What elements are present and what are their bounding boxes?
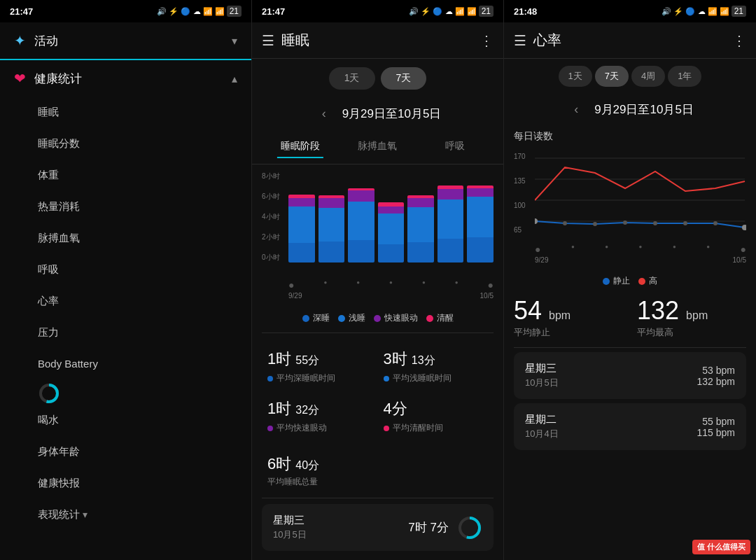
y-label-8h: 8小时 <box>262 172 280 181</box>
stat-dot-rem <box>267 426 273 431</box>
hr-day-card-wed[interactable]: 星期三 10月5日 53 bpm 132 bpm <box>514 352 746 399</box>
stat-rem-value: 1时 32分 <box>267 398 372 419</box>
sleep-tabs: 1天 7天 <box>252 59 503 98</box>
stat-awake-value: 4分 <box>384 398 489 419</box>
tab-1day-hr[interactable]: 1天 <box>559 66 592 87</box>
stat-awake-sleep: 4分 平均清醒时间 <box>378 391 494 441</box>
legend-label-light: 浅睡 <box>349 312 365 324</box>
stat-light-value: 3时 13分 <box>384 349 489 370</box>
health-chevron-icon: ▴ <box>232 72 237 85</box>
x-label-929: 9/29 <box>288 292 302 300</box>
hr-day-val2-wed: 132 bpm <box>697 376 735 387</box>
health-icon: ❤ <box>14 70 26 87</box>
tab-7day-hr[interactable]: 7天 <box>595 66 629 87</box>
svg-point-9 <box>623 220 627 225</box>
hr-y-100: 100 <box>514 202 535 209</box>
stat-total-value: 6时 40分 <box>267 454 488 475</box>
date-prev-sleep[interactable]: ‹ <box>314 104 334 123</box>
nav-sub-heart-rate[interactable]: 心率 <box>0 286 251 317</box>
more-icon-middle[interactable]: ⋮ <box>479 32 493 49</box>
status-bar-right: 21:48 🔊 ⚡ 🔵 ☁ 📶 📶 21 <box>504 0 756 22</box>
day-card-left: 星期三 10月5日 <box>273 514 307 541</box>
day-card-wednesday[interactable]: 星期三 10月5日 7时 7分 <box>262 504 493 551</box>
svg-point-13 <box>742 225 746 230</box>
hr-day-date-wed: 10月5日 <box>525 377 559 389</box>
hr-day-right-tue: 55 bpm 115 bpm <box>697 416 735 438</box>
hr-date-nav: ‹ 9月29日至10月5日 <box>504 94 756 125</box>
sleep-date-nav: ‹ 9月29日至10月5日 <box>252 98 503 129</box>
hr-day-card-tue[interactable]: 星期二 10月4日 55 bpm 115 bpm <box>514 403 746 450</box>
hr-day-val1-tue: 55 bpm <box>697 416 735 427</box>
sub-tab-sleep-stages[interactable]: 睡眠阶段 <box>262 134 339 158</box>
stat-deep-label: 平均深睡眠时间 <box>276 372 335 384</box>
legend-label-rem: 快速眼动 <box>384 312 418 324</box>
nav-sub-respiration[interactable]: 呼吸 <box>0 254 251 286</box>
nav-sub-body-age[interactable]: 身体年龄 <box>0 436 251 468</box>
left-panel: 21:47 🔊 ⚡ 🔵 ☁ 📶 📶 21 ✦ 活动 ▾ ❤ 健康统计 ▴ 睡眠 … <box>0 0 252 560</box>
middle-panel: 21:47 🔊 ⚡ 🔵 ☁ 📶 📶 21 ☰ 睡眠 ⋮ 1天 7天 ‹ 9月29… <box>252 0 504 560</box>
nav-sub-stress[interactable]: 压力 <box>0 317 251 349</box>
nav-sub-performance[interactable]: 表现统计 ▾ <box>0 499 251 531</box>
date-prev-hr[interactable]: ‹ <box>566 99 586 119</box>
hr-avg-max-value: 132 bpm <box>637 298 746 323</box>
health-stats-nav[interactable]: ❤ 健康统计 ▴ <box>0 60 251 97</box>
activities-nav[interactable]: ✦ 活动 ▾ <box>0 22 251 59</box>
nav-sub-health-news[interactable]: 健康快报 <box>0 468 251 499</box>
stat-rem-label: 平均快速眼动 <box>276 422 327 434</box>
hr-dot-2 <box>563 221 567 225</box>
tab-7day-sleep[interactable]: 7天 <box>381 67 427 90</box>
stat-deep-sleep: 1时 55分 平均深睡眠时间 <box>262 342 378 391</box>
hr-stat-resting: 54 bpm 平均静止 <box>514 298 623 339</box>
more-icon-right[interactable]: ⋮ <box>732 32 746 49</box>
hr-stats: 54 bpm 平均静止 132 bpm 平均最高 <box>504 293 756 344</box>
nav-sub-calories[interactable]: 热量消耗 <box>0 191 251 223</box>
nav-sub-sleep[interactable]: 睡眠 <box>0 97 251 128</box>
hr-date-range: 9月29日至10月5日 <box>594 102 694 118</box>
nav-sub-weight[interactable]: 体重 <box>0 160 251 191</box>
legend-deep: 深睡 <box>302 312 330 324</box>
hr-x-105: 10/5 <box>733 256 746 264</box>
sub-tab-respiration[interactable]: 呼吸 <box>416 134 493 158</box>
stat-light-label: 平均浅睡眠时间 <box>393 372 451 384</box>
sleep-legend: 深睡 浅睡 快速眼动 清醒 <box>252 307 503 330</box>
hr-stat-max: 132 bpm 平均最高 <box>637 298 746 339</box>
hr-day-title-tue: 星期二 <box>525 413 559 426</box>
legend-label-deep: 深睡 <box>313 312 330 324</box>
hr-day-date-tue: 10月4日 <box>525 428 559 440</box>
legend-dot-resting <box>603 278 610 285</box>
nav-sub-hydration[interactable]: 喝水 <box>0 405 251 436</box>
status-icons-middle: 🔊 ⚡ 🔵 ☁ 📶 📶 21 <box>409 6 493 17</box>
hr-avg-max-label: 平均最高 <box>637 326 746 339</box>
activities-chevron-icon: ▾ <box>232 34 237 48</box>
time-right: 21:48 <box>514 6 537 17</box>
hr-day-val1-wed: 53 bpm <box>697 365 735 376</box>
stat-dot-deep <box>267 376 273 382</box>
tab-4week-hr[interactable]: 4周 <box>631 66 665 87</box>
y-label-2h: 2小时 <box>262 232 280 242</box>
status-bar-left: 21:47 🔊 ⚡ 🔵 ☁ 📶 📶 21 <box>0 0 251 22</box>
legend-dot-high <box>638 278 645 285</box>
menu-icon-middle[interactable]: ☰ <box>262 32 274 49</box>
hr-chart-area: 170 135 100 65 <box>504 146 756 270</box>
watermark: 值 什么值得买 <box>692 540 750 554</box>
body-battery-chart <box>38 382 60 405</box>
activities-icon: ✦ <box>14 32 26 49</box>
tab-1year-hr[interactable]: 1年 <box>668 66 701 87</box>
menu-icon-right[interactable]: ☰ <box>514 32 526 49</box>
svg-point-8 <box>593 222 597 226</box>
nav-sub-body-battery[interactable]: Body Battery <box>0 349 251 379</box>
nav-sub-spo2[interactable]: 脉搏血氧 <box>0 223 251 254</box>
hr-avg-resting-value: 54 bpm <box>514 298 623 323</box>
hr-tabs: 1天 7天 4周 1年 <box>504 59 756 94</box>
nav-sub-sleep-score[interactable]: 睡眠分数 <box>0 128 251 160</box>
legend-dot-deep <box>302 315 309 322</box>
sub-tab-spo2[interactable]: 脉搏血氧 <box>339 134 416 158</box>
tab-1day-sleep[interactable]: 1天 <box>329 67 375 90</box>
hr-legend: 静止 高 <box>504 270 756 293</box>
time-left: 21:47 <box>10 6 33 17</box>
x-label-105: 10/5 <box>480 292 493 300</box>
legend-resting: 静止 <box>603 275 630 287</box>
legend-label-high: 高 <box>649 275 657 287</box>
nav-sub-list: 睡眠 睡眠分数 体重 热量消耗 脉搏血氧 呼吸 心率 压力 Body Batte… <box>0 97 251 560</box>
svg-point-12 <box>713 221 718 225</box>
